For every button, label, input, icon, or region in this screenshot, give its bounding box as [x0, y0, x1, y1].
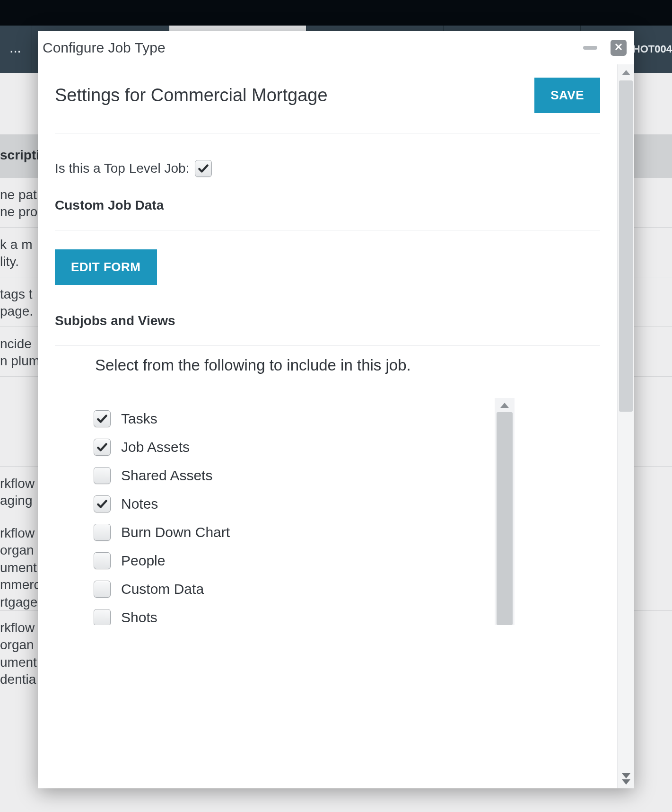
scrollbar-thumb[interactable]	[497, 412, 513, 625]
scrollbar-thumb[interactable]	[619, 80, 633, 412]
include-option-row: Shots	[94, 605, 515, 625]
include-option-checkbox[interactable]	[94, 552, 111, 569]
include-option-label: Tasks	[121, 411, 157, 427]
include-option-checkbox[interactable]	[94, 609, 111, 625]
include-option-row: Burn Down Chart	[94, 520, 515, 548]
include-option-row: Tasks	[94, 406, 515, 435]
modal-titlebar: Configure Job Type	[38, 31, 634, 64]
top-level-job-label: Is this a Top Level Job:	[55, 161, 189, 176]
include-option-label: Shots	[121, 609, 157, 625]
include-option-label: Burn Down Chart	[121, 524, 230, 540]
include-option-label: People	[121, 553, 165, 569]
select-include-prompt: Select from the following to include in …	[55, 346, 600, 398]
inner-scrollbar[interactable]	[495, 398, 515, 625]
custom-job-data-heading: Custom Job Data	[55, 191, 600, 230]
scroll-up-icon	[495, 398, 515, 412]
include-option-label: Notes	[121, 496, 158, 512]
close-icon	[614, 43, 623, 53]
include-option-checkbox[interactable]	[94, 439, 111, 456]
modal-scrollbar[interactable]	[617, 64, 634, 788]
scroll-up-icon	[618, 64, 634, 80]
include-option-label: Job Assets	[121, 439, 190, 455]
close-button[interactable]	[611, 40, 627, 56]
settings-heading: Settings for Commercial Mortgage	[55, 85, 525, 106]
save-button[interactable]: SAVE	[534, 78, 600, 113]
modal-body: Settings for Commercial Mortgage SAVE Is…	[38, 64, 617, 788]
include-option-checkbox[interactable]	[94, 524, 111, 541]
include-option-label: Custom Data	[121, 581, 204, 597]
include-options-list: TasksJob AssetsShared AssetsNotesBurn Do…	[94, 398, 515, 625]
include-option-label: Shared Assets	[121, 468, 212, 484]
include-option-row: Shared Assets	[94, 463, 515, 492]
top-level-job-checkbox[interactable]	[195, 160, 212, 177]
include-option-row: Job Assets	[94, 435, 515, 463]
subjobs-views-heading: Subjobs and Views	[55, 307, 600, 346]
include-option-checkbox[interactable]	[94, 495, 111, 512]
modal-title: Configure Job Type	[43, 40, 583, 56]
include-option-checkbox[interactable]	[94, 467, 111, 484]
minimize-button[interactable]	[583, 46, 597, 50]
configure-job-type-modal: Configure Job Type Settings for Commerci…	[38, 31, 634, 788]
include-option-checkbox[interactable]	[94, 581, 111, 598]
edit-form-button[interactable]: EDIT FORM	[55, 249, 157, 285]
include-option-checkbox[interactable]	[94, 410, 111, 427]
include-option-row: Notes	[94, 492, 515, 520]
scroll-down-icon	[618, 769, 634, 788]
include-option-row: People	[94, 548, 515, 577]
include-options-panel: TasksJob AssetsShared AssetsNotesBurn Do…	[94, 398, 515, 625]
include-option-row: Custom Data	[94, 577, 515, 605]
